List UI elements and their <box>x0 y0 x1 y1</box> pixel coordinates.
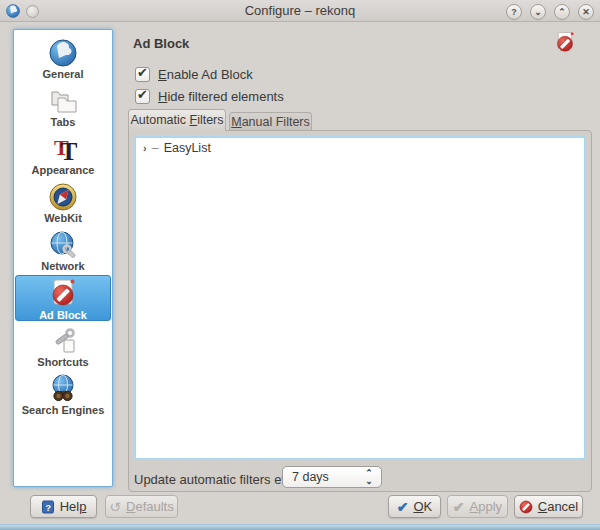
window-bottom-border <box>0 524 600 530</box>
checkmark-icon: ✔ <box>137 65 148 80</box>
check-icon: ✔ <box>453 499 465 515</box>
sidebar-item-label: Appearance <box>16 164 110 176</box>
adblock-icon <box>47 278 79 310</box>
sidebar-item-tabs[interactable]: Tabs <box>16 83 110 129</box>
settings-category-list: General Tabs T T Appearance WebKit <box>13 29 113 487</box>
sidebar-item-label: Search Engines <box>16 404 110 416</box>
tab-manual-filters[interactable]: Manual Filters <box>229 112 312 131</box>
hide-filtered-elements-checkbox[interactable]: ✔ Hide filtered elements <box>135 89 284 104</box>
check-icon: ✔ <box>397 499 409 515</box>
expander-icon[interactable]: › <box>143 142 147 154</box>
spinbox-value: 7 days <box>292 470 329 484</box>
sidebar-item-network[interactable]: Network <box>16 227 110 273</box>
sidebar-item-label: Tabs <box>16 116 110 128</box>
button-label: Defaults <box>126 499 174 514</box>
checkbox-label: Enable Ad Block <box>158 67 253 82</box>
sidebar-item-search-engines[interactable]: Search Engines <box>16 371 110 417</box>
sidebar-item-label: Ad Block <box>16 309 110 321</box>
button-label: Apply <box>470 499 503 514</box>
sidebar-item-adblock[interactable]: Ad Block <box>15 275 111 321</box>
defaults-button[interactable]: ↺ Defaults <box>105 495 178 518</box>
branch-glyph: – <box>152 141 159 155</box>
checkbox-box[interactable]: ✔ <box>135 67 150 82</box>
sidebar-item-appearance[interactable]: T T Appearance <box>16 131 110 177</box>
filter-list-tree[interactable]: › – EasyList <box>134 136 586 460</box>
button-label: OK <box>413 499 432 514</box>
help-book-icon: ? <box>41 500 55 514</box>
spin-down-icon[interactable]: ⌄ <box>365 476 373 486</box>
sidebar-item-general[interactable]: General <box>16 35 110 81</box>
automatic-filters-panel: › – EasyList Update automatic filters ev… <box>128 130 592 492</box>
tab-automatic-filters[interactable]: Automatic Filters <box>128 109 226 131</box>
checkmark-icon: ✔ <box>137 87 148 102</box>
compass-icon <box>47 181 79 213</box>
reset-icon: ↺ <box>109 499 121 515</box>
sidebar-item-label: Shortcuts <box>16 356 110 368</box>
cancel-button[interactable]: Cancel <box>514 495 583 518</box>
spinbox-arrows[interactable]: ⌃ ⌄ <box>364 469 374 485</box>
enable-adblock-checkbox[interactable]: ✔ Enable Ad Block <box>135 67 253 82</box>
sidebar-item-label: General <box>16 68 110 80</box>
wrench-page-icon <box>47 325 79 357</box>
fonts-icon: T T <box>47 133 79 165</box>
adblock-header-icon <box>553 31 577 55</box>
window-close-button[interactable]: ✕ <box>578 4 594 20</box>
page-title: Ad Block <box>133 36 189 51</box>
update-interval-spinbox[interactable]: 7 days ⌃ ⌄ <box>282 466 382 488</box>
window-help-button[interactable]: ? <box>506 4 522 20</box>
window-titlebar[interactable]: Configure – rekonq ? ⌄ ⌃ ✕ <box>0 0 600 22</box>
sidebar-item-label: WebKit <box>16 212 110 224</box>
folders-icon <box>47 85 79 117</box>
ok-button[interactable]: ✔ OK <box>388 495 441 518</box>
tree-item-easylist[interactable]: › – EasyList <box>136 138 584 155</box>
checkbox-box[interactable]: ✔ <box>135 89 150 104</box>
checkbox-label: Hide filtered elements <box>158 89 284 104</box>
svg-text:T: T <box>60 137 77 165</box>
window-unshade-button[interactable]: ⌃ <box>554 4 570 20</box>
window-shade-button[interactable]: ⌄ <box>530 4 546 20</box>
help-button[interactable]: ? Help <box>30 495 97 518</box>
button-label: Help <box>60 499 87 514</box>
sidebar-item-shortcuts[interactable]: Shortcuts <box>16 323 110 369</box>
sidebar-item-label: Network <box>16 260 110 272</box>
apply-button[interactable]: ✔ Apply <box>447 495 508 518</box>
button-label: Cancel <box>538 499 578 514</box>
cancel-icon <box>519 500 533 514</box>
globe-binoculars-icon <box>47 373 79 405</box>
svg-text:?: ? <box>45 502 51 512</box>
sidebar-item-webkit[interactable]: WebKit <box>16 179 110 225</box>
rekonq-logo-icon <box>47 37 79 69</box>
tree-item-label: EasyList <box>164 141 211 155</box>
globe-wrench-icon <box>47 229 79 261</box>
